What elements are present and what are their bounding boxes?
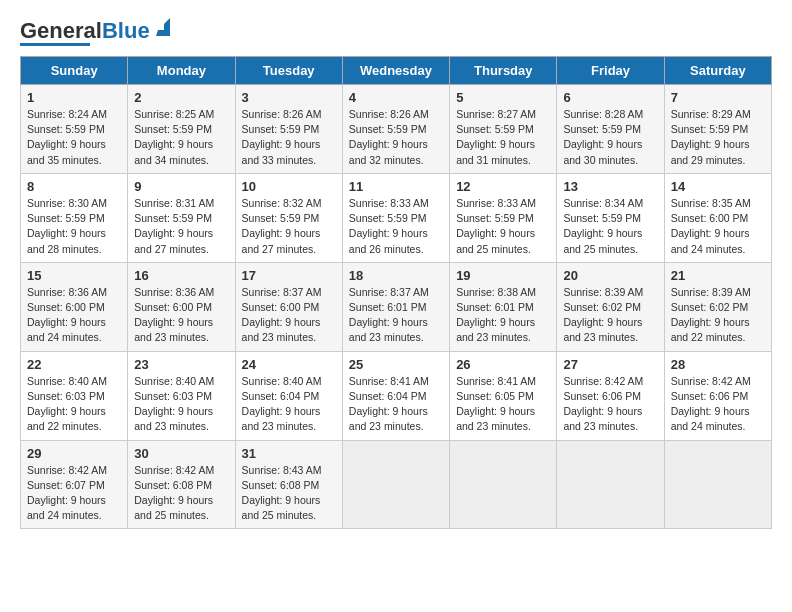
day-info: Sunrise: 8:31 AMSunset: 5:59 PMDaylight:… <box>134 196 228 257</box>
calendar-cell: 5 Sunrise: 8:27 AMSunset: 5:59 PMDayligh… <box>450 85 557 174</box>
day-header-thursday: Thursday <box>450 57 557 85</box>
calendar-cell: 27 Sunrise: 8:42 AMSunset: 6:06 PMDaylig… <box>557 351 664 440</box>
day-info: Sunrise: 8:41 AMSunset: 6:05 PMDaylight:… <box>456 374 550 435</box>
calendar-cell: 22 Sunrise: 8:40 AMSunset: 6:03 PMDaylig… <box>21 351 128 440</box>
calendar-cell: 29 Sunrise: 8:42 AMSunset: 6:07 PMDaylig… <box>21 440 128 529</box>
day-info: Sunrise: 8:36 AMSunset: 6:00 PMDaylight:… <box>134 285 228 346</box>
calendar-cell: 14 Sunrise: 8:35 AMSunset: 6:00 PMDaylig… <box>664 173 771 262</box>
day-info: Sunrise: 8:26 AMSunset: 5:59 PMDaylight:… <box>349 107 443 168</box>
day-info: Sunrise: 8:38 AMSunset: 6:01 PMDaylight:… <box>456 285 550 346</box>
day-info: Sunrise: 8:43 AMSunset: 6:08 PMDaylight:… <box>242 463 336 524</box>
calendar-cell: 12 Sunrise: 8:33 AMSunset: 5:59 PMDaylig… <box>450 173 557 262</box>
day-header-tuesday: Tuesday <box>235 57 342 85</box>
day-info: Sunrise: 8:34 AMSunset: 5:59 PMDaylight:… <box>563 196 657 257</box>
calendar-cell: 2 Sunrise: 8:25 AMSunset: 5:59 PMDayligh… <box>128 85 235 174</box>
day-info: Sunrise: 8:28 AMSunset: 5:59 PMDaylight:… <box>563 107 657 168</box>
day-number: 1 <box>27 90 121 105</box>
day-info: Sunrise: 8:41 AMSunset: 6:04 PMDaylight:… <box>349 374 443 435</box>
calendar-cell: 19 Sunrise: 8:38 AMSunset: 6:01 PMDaylig… <box>450 262 557 351</box>
day-info: Sunrise: 8:36 AMSunset: 6:00 PMDaylight:… <box>27 285 121 346</box>
calendar-cell: 9 Sunrise: 8:31 AMSunset: 5:59 PMDayligh… <box>128 173 235 262</box>
calendar-cell: 4 Sunrise: 8:26 AMSunset: 5:59 PMDayligh… <box>342 85 449 174</box>
day-number: 13 <box>563 179 657 194</box>
day-number: 14 <box>671 179 765 194</box>
logo-text: GeneralBlue <box>20 20 150 42</box>
day-info: Sunrise: 8:35 AMSunset: 6:00 PMDaylight:… <box>671 196 765 257</box>
day-number: 29 <box>27 446 121 461</box>
calendar-cell: 20 Sunrise: 8:39 AMSunset: 6:02 PMDaylig… <box>557 262 664 351</box>
day-number: 20 <box>563 268 657 283</box>
calendar-cell: 7 Sunrise: 8:29 AMSunset: 5:59 PMDayligh… <box>664 85 771 174</box>
day-number: 8 <box>27 179 121 194</box>
calendar-cell: 3 Sunrise: 8:26 AMSunset: 5:59 PMDayligh… <box>235 85 342 174</box>
day-number: 16 <box>134 268 228 283</box>
day-info: Sunrise: 8:25 AMSunset: 5:59 PMDaylight:… <box>134 107 228 168</box>
calendar-cell: 13 Sunrise: 8:34 AMSunset: 5:59 PMDaylig… <box>557 173 664 262</box>
day-info: Sunrise: 8:42 AMSunset: 6:06 PMDaylight:… <box>671 374 765 435</box>
day-number: 5 <box>456 90 550 105</box>
calendar-cell: 25 Sunrise: 8:41 AMSunset: 6:04 PMDaylig… <box>342 351 449 440</box>
day-number: 6 <box>563 90 657 105</box>
day-info: Sunrise: 8:42 AMSunset: 6:06 PMDaylight:… <box>563 374 657 435</box>
calendar-cell <box>664 440 771 529</box>
calendar-cell: 26 Sunrise: 8:41 AMSunset: 6:05 PMDaylig… <box>450 351 557 440</box>
day-header-saturday: Saturday <box>664 57 771 85</box>
day-info: Sunrise: 8:39 AMSunset: 6:02 PMDaylight:… <box>671 285 765 346</box>
day-info: Sunrise: 8:40 AMSunset: 6:04 PMDaylight:… <box>242 374 336 435</box>
calendar-cell: 1 Sunrise: 8:24 AMSunset: 5:59 PMDayligh… <box>21 85 128 174</box>
day-info: Sunrise: 8:27 AMSunset: 5:59 PMDaylight:… <box>456 107 550 168</box>
calendar-cell: 10 Sunrise: 8:32 AMSunset: 5:59 PMDaylig… <box>235 173 342 262</box>
day-info: Sunrise: 8:42 AMSunset: 6:08 PMDaylight:… <box>134 463 228 524</box>
day-number: 18 <box>349 268 443 283</box>
day-info: Sunrise: 8:42 AMSunset: 6:07 PMDaylight:… <box>27 463 121 524</box>
calendar-table: SundayMondayTuesdayWednesdayThursdayFrid… <box>20 56 772 529</box>
day-header-wednesday: Wednesday <box>342 57 449 85</box>
calendar-cell: 31 Sunrise: 8:43 AMSunset: 6:08 PMDaylig… <box>235 440 342 529</box>
svg-marker-1 <box>164 18 170 24</box>
logo-underline <box>20 43 90 46</box>
calendar-cell: 15 Sunrise: 8:36 AMSunset: 6:00 PMDaylig… <box>21 262 128 351</box>
day-number: 17 <box>242 268 336 283</box>
day-info: Sunrise: 8:30 AMSunset: 5:59 PMDaylight:… <box>27 196 121 257</box>
day-number: 7 <box>671 90 765 105</box>
day-number: 26 <box>456 357 550 372</box>
day-info: Sunrise: 8:24 AMSunset: 5:59 PMDaylight:… <box>27 107 121 168</box>
day-number: 15 <box>27 268 121 283</box>
calendar-row: 29 Sunrise: 8:42 AMSunset: 6:07 PMDaylig… <box>21 440 772 529</box>
day-number: 10 <box>242 179 336 194</box>
calendar-cell: 28 Sunrise: 8:42 AMSunset: 6:06 PMDaylig… <box>664 351 771 440</box>
day-header-monday: Monday <box>128 57 235 85</box>
day-info: Sunrise: 8:33 AMSunset: 5:59 PMDaylight:… <box>349 196 443 257</box>
day-info: Sunrise: 8:32 AMSunset: 5:59 PMDaylight:… <box>242 196 336 257</box>
day-number: 12 <box>456 179 550 194</box>
day-number: 2 <box>134 90 228 105</box>
day-number: 19 <box>456 268 550 283</box>
day-number: 22 <box>27 357 121 372</box>
calendar-row: 1 Sunrise: 8:24 AMSunset: 5:59 PMDayligh… <box>21 85 772 174</box>
day-number: 28 <box>671 357 765 372</box>
day-number: 21 <box>671 268 765 283</box>
calendar-cell: 21 Sunrise: 8:39 AMSunset: 6:02 PMDaylig… <box>664 262 771 351</box>
day-info: Sunrise: 8:37 AMSunset: 6:00 PMDaylight:… <box>242 285 336 346</box>
calendar-row: 22 Sunrise: 8:40 AMSunset: 6:03 PMDaylig… <box>21 351 772 440</box>
logo: GeneralBlue <box>20 20 174 46</box>
day-number: 23 <box>134 357 228 372</box>
day-number: 24 <box>242 357 336 372</box>
calendar-header-row: SundayMondayTuesdayWednesdayThursdayFrid… <box>21 57 772 85</box>
day-number: 25 <box>349 357 443 372</box>
calendar-cell <box>342 440 449 529</box>
day-info: Sunrise: 8:26 AMSunset: 5:59 PMDaylight:… <box>242 107 336 168</box>
calendar-cell: 24 Sunrise: 8:40 AMSunset: 6:04 PMDaylig… <box>235 351 342 440</box>
day-header-friday: Friday <box>557 57 664 85</box>
day-header-sunday: Sunday <box>21 57 128 85</box>
calendar-cell <box>557 440 664 529</box>
day-info: Sunrise: 8:40 AMSunset: 6:03 PMDaylight:… <box>134 374 228 435</box>
calendar-row: 8 Sunrise: 8:30 AMSunset: 5:59 PMDayligh… <box>21 173 772 262</box>
day-number: 31 <box>242 446 336 461</box>
day-info: Sunrise: 8:33 AMSunset: 5:59 PMDaylight:… <box>456 196 550 257</box>
calendar-cell: 6 Sunrise: 8:28 AMSunset: 5:59 PMDayligh… <box>557 85 664 174</box>
calendar-cell: 18 Sunrise: 8:37 AMSunset: 6:01 PMDaylig… <box>342 262 449 351</box>
day-number: 30 <box>134 446 228 461</box>
day-info: Sunrise: 8:40 AMSunset: 6:03 PMDaylight:… <box>27 374 121 435</box>
page-header: GeneralBlue <box>20 20 772 46</box>
